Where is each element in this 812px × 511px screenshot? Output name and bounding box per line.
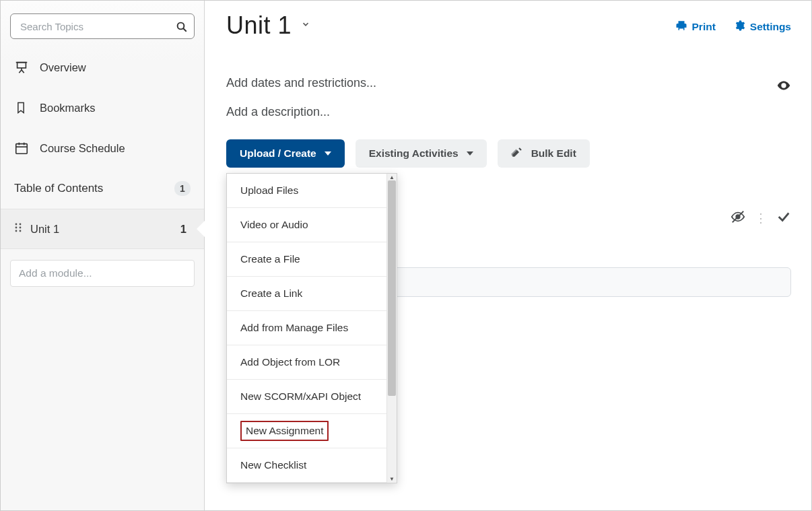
dropdown-item-label: New SCORM/xAPI Object: [240, 390, 361, 403]
settings-label: Settings: [750, 21, 791, 33]
calendar-icon: [14, 141, 33, 156]
sidebar-item-unit1[interactable]: Unit 1 1: [1, 209, 204, 249]
svg-point-12: [20, 224, 22, 226]
svg-point-11: [15, 224, 18, 226]
dropdown-item[interactable]: Video or Audio: [227, 208, 386, 242]
header-row: Unit 1 Print: [226, 11, 791, 40]
dropdown-item[interactable]: Create a File: [227, 242, 386, 277]
add-module-input[interactable]: [10, 260, 195, 287]
more-actions-icon[interactable]: ⋮: [755, 211, 767, 226]
dropdown-item[interactable]: Add Object from LOR: [227, 345, 386, 380]
existing-activities-label: Existing Activities: [369, 147, 459, 160]
sidebar-item-schedule[interactable]: Course Schedule: [1, 128, 204, 168]
svg-point-13: [15, 227, 18, 229]
svg-point-14: [20, 227, 22, 229]
page-title-wrap[interactable]: Unit 1: [226, 11, 310, 40]
svg-rect-3: [18, 63, 26, 68]
content-row-actions: ⋮: [731, 209, 791, 227]
sidebar-item-label: Overview: [40, 61, 86, 74]
dropdown-item[interactable]: New Assignment: [227, 414, 386, 448]
scroll-down-arrow[interactable]: ▼: [389, 476, 395, 482]
svg-point-0: [178, 22, 184, 29]
bulk-edit-label: Bulk Edit: [531, 147, 576, 160]
header-actions: Print Settings: [675, 20, 791, 34]
settings-button[interactable]: Settings: [733, 20, 791, 34]
upload-create-dropdown: Upload FilesVideo or AudioCreate a FileC…: [226, 173, 397, 483]
dropdown-item-label: Add Object from LOR: [240, 356, 340, 368]
add-dates-link[interactable]: Add dates and restrictions...: [226, 76, 791, 90]
scroll-thumb[interactable]: [388, 180, 396, 396]
sidebar-item-bookmarks[interactable]: Bookmarks: [1, 88, 204, 128]
search-input[interactable]: [10, 13, 195, 39]
dropdown-item[interactable]: Create a Link: [227, 277, 386, 311]
hidden-icon[interactable]: [731, 209, 745, 227]
visibility-icon[interactable]: [776, 78, 791, 96]
gear-icon: [733, 20, 745, 34]
sidebar: Overview Bookmarks Course Schedule: [1, 1, 205, 510]
print-icon: [675, 20, 687, 34]
toc-label: Table of Contents: [14, 182, 103, 195]
dropdown-item[interactable]: New SCORM/xAPI Object: [227, 380, 386, 414]
svg-point-15: [15, 230, 18, 232]
sidebar-item-label: Bookmarks: [40, 102, 96, 114]
svg-rect-7: [16, 144, 28, 154]
upload-create-label: Upload / Create: [240, 147, 316, 160]
print-label: Print: [692, 21, 716, 33]
app-frame: Overview Bookmarks Course Schedule: [0, 0, 812, 511]
sidebar-item-label: Course Schedule: [40, 142, 125, 155]
add-description-link[interactable]: Add a description...: [226, 105, 791, 119]
existing-activities-button[interactable]: Existing Activities: [356, 139, 487, 168]
chevron-down-icon: [467, 151, 473, 156]
dropdown-scrollbar[interactable]: ▲ ▼: [386, 174, 397, 483]
dropdown-item-label: Add from Manage Files: [240, 322, 348, 334]
svg-point-16: [20, 230, 22, 232]
dropdown-item[interactable]: Add from Manage Files: [227, 311, 386, 345]
unit-count: 1: [180, 223, 187, 236]
action-buttons-row: Upload / Create Existing Activities Bulk…: [226, 139, 791, 168]
svg-line-1: [183, 28, 187, 32]
toc-count-badge: 1: [174, 181, 191, 196]
print-button[interactable]: Print: [675, 20, 716, 34]
dropdown-item-label: Upload Files: [240, 184, 298, 197]
drag-handle-icon[interactable]: [14, 222, 22, 236]
search-icon[interactable]: [176, 21, 188, 36]
dropdown-item-label: Video or Audio: [240, 219, 308, 231]
main-content: Unit 1 Print: [205, 1, 811, 510]
dropdown-list: Upload FilesVideo or AudioCreate a FileC…: [227, 174, 386, 483]
pencil-icon: [511, 146, 523, 161]
sidebar-item-overview[interactable]: Overview: [1, 47, 204, 88]
dropdown-item-label: New Assignment: [240, 421, 329, 441]
dropdown-item-label: New Checklist: [240, 459, 306, 471]
bulk-edit-button[interactable]: Bulk Edit: [498, 139, 590, 168]
checkmark-icon[interactable]: [776, 209, 791, 227]
dropdown-item[interactable]: New Checklist: [227, 448, 386, 483]
svg-line-5: [19, 70, 22, 73]
page-title: Unit 1: [226, 11, 292, 40]
search-container: [1, 9, 204, 47]
svg-line-6: [22, 70, 24, 73]
chevron-down-icon: [325, 151, 331, 156]
unit-label: Unit 1: [30, 223, 180, 236]
dropdown-item-label: Create a File: [240, 253, 300, 265]
chevron-down-icon[interactable]: [301, 20, 310, 32]
presentation-icon: [14, 60, 33, 75]
scroll-up-arrow[interactable]: ▲: [389, 174, 395, 180]
sidebar-item-toc[interactable]: Table of Contents 1: [1, 168, 204, 209]
upload-create-button[interactable]: Upload / Create: [226, 139, 345, 168]
dropdown-item[interactable]: Upload Files: [227, 174, 386, 208]
bookmark-icon: [14, 100, 33, 115]
dropdown-item-label: Create a Link: [240, 287, 302, 300]
